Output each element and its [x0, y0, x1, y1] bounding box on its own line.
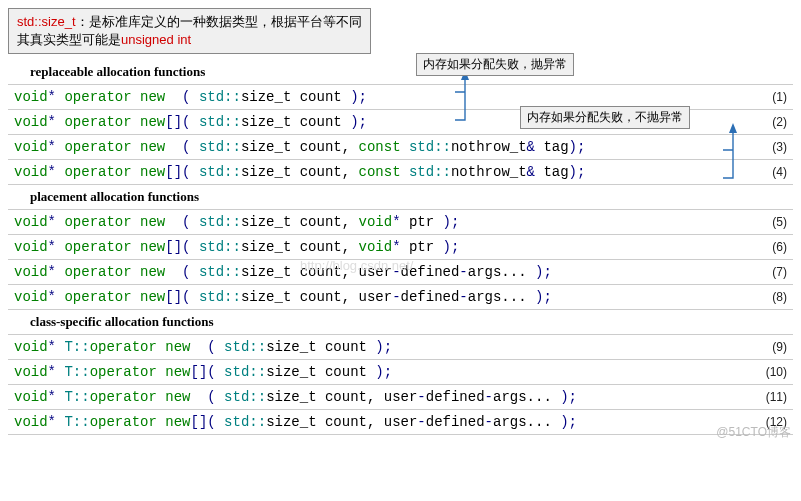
- token-kw: void: [14, 339, 48, 355]
- token-scope: T::: [64, 389, 89, 405]
- token-punc: -: [459, 264, 467, 280]
- sig-row: void* T::operator new[]( std::size_t cou…: [8, 360, 793, 385]
- token-scope: std::: [224, 364, 266, 380]
- token-ident: defined: [426, 414, 485, 430]
- token-punc: ): [443, 239, 451, 255]
- token-ident: [132, 214, 140, 230]
- token-kw: void: [14, 139, 48, 155]
- token-kw: operator: [64, 164, 131, 180]
- token-ident: size_t count: [241, 89, 350, 105]
- token-kw: operator: [64, 239, 131, 255]
- token-ident: size_t count, user: [266, 414, 417, 430]
- token-punc: -: [485, 389, 493, 405]
- token-scope: std::: [199, 89, 241, 105]
- token-ident: [132, 89, 140, 105]
- token-scope: std::: [409, 139, 451, 155]
- token-kw: void: [359, 239, 393, 255]
- token-punc: []: [190, 364, 207, 380]
- token-scope: std::: [199, 139, 241, 155]
- token-kw: void: [14, 364, 48, 380]
- token-punc: []: [165, 239, 182, 255]
- row-num: (2): [741, 110, 793, 135]
- token-ident: ptr: [401, 214, 443, 230]
- note-line2a: 其真实类型可能是: [17, 32, 121, 47]
- token-punc: -: [417, 414, 425, 430]
- token-punc: ): [569, 164, 577, 180]
- section-class-specific: class-specific allocation functions: [8, 310, 793, 334]
- token-ident: size_t count,: [241, 239, 359, 255]
- token-punc: *: [48, 264, 56, 280]
- token-punc: ;: [359, 89, 367, 105]
- token-kw: void: [14, 264, 48, 280]
- token-ident: args...: [493, 414, 560, 430]
- sig-row: void* T::operator new ( std::size_t coun…: [8, 335, 793, 360]
- token-punc: []: [165, 164, 182, 180]
- token-punc: ;: [451, 239, 459, 255]
- token-punc: *: [48, 164, 56, 180]
- note-size-t: std::size_t: [17, 14, 76, 29]
- row-num: (3): [741, 135, 793, 160]
- sig-row: void* operator new ( std::size_t count, …: [8, 210, 793, 235]
- token-scope: std::: [199, 114, 241, 130]
- row-num: (6): [741, 235, 793, 260]
- token-punc: (: [207, 414, 215, 430]
- token-ident: [165, 214, 182, 230]
- table-class-specific: void* T::operator new ( std::size_t coun…: [8, 334, 793, 435]
- token-punc: ;: [569, 414, 577, 430]
- note-line1: ：是标准库定义的一种数据类型，根据平台等不同: [76, 14, 362, 29]
- token-punc: ): [375, 339, 383, 355]
- token-kw: const: [359, 164, 401, 180]
- token-kw: void: [359, 214, 393, 230]
- token-ident: [132, 139, 140, 155]
- token-ident: [401, 164, 409, 180]
- token-ident: [190, 114, 198, 130]
- token-ident: [216, 414, 224, 430]
- token-kw: operator: [90, 414, 157, 430]
- token-ident: size_t count: [266, 339, 375, 355]
- token-punc: *: [48, 389, 56, 405]
- token-ident: [165, 264, 182, 280]
- token-punc: *: [48, 239, 56, 255]
- token-ident: size_t count, user: [266, 389, 417, 405]
- token-ident: [216, 364, 224, 380]
- row-num: (11): [741, 385, 793, 410]
- token-ident: [190, 264, 198, 280]
- token-punc: ;: [384, 339, 392, 355]
- token-kw: new: [165, 364, 190, 380]
- token-scope: T::: [64, 339, 89, 355]
- token-ident: [190, 289, 198, 305]
- token-ident: tag: [535, 139, 569, 155]
- token-scope: std::: [224, 414, 266, 430]
- note-box: std::size_t：是标准库定义的一种数据类型，根据平台等不同 其真实类型可…: [8, 8, 371, 54]
- row-num: (1): [741, 85, 793, 110]
- token-kw: void: [14, 389, 48, 405]
- token-punc: []: [165, 114, 182, 130]
- token-punc: ): [560, 414, 568, 430]
- token-punc: ;: [359, 114, 367, 130]
- token-kw: void: [14, 114, 48, 130]
- token-punc: *: [48, 414, 56, 430]
- token-punc: ): [569, 139, 577, 155]
- token-punc: ): [350, 114, 358, 130]
- token-punc: (: [207, 389, 215, 405]
- row-num: (8): [741, 285, 793, 310]
- token-punc: []: [190, 414, 207, 430]
- token-ident: nothrow_t: [451, 139, 527, 155]
- token-ident: [132, 239, 140, 255]
- token-punc: -: [485, 414, 493, 430]
- token-scope: std::: [199, 164, 241, 180]
- token-kw: new: [165, 414, 190, 430]
- token-scope: std::: [409, 164, 451, 180]
- token-ident: args...: [468, 289, 535, 305]
- token-punc: (: [207, 339, 215, 355]
- token-ident: [132, 264, 140, 280]
- row-num: (10): [741, 360, 793, 385]
- token-kw: operator: [64, 139, 131, 155]
- token-punc: *: [48, 89, 56, 105]
- token-kw: operator: [90, 339, 157, 355]
- token-scope: std::: [199, 239, 241, 255]
- token-ident: size_t count: [266, 364, 375, 380]
- token-ident: [132, 164, 140, 180]
- token-kw: const: [359, 139, 401, 155]
- section-replaceable: replaceable allocation functions: [8, 60, 793, 84]
